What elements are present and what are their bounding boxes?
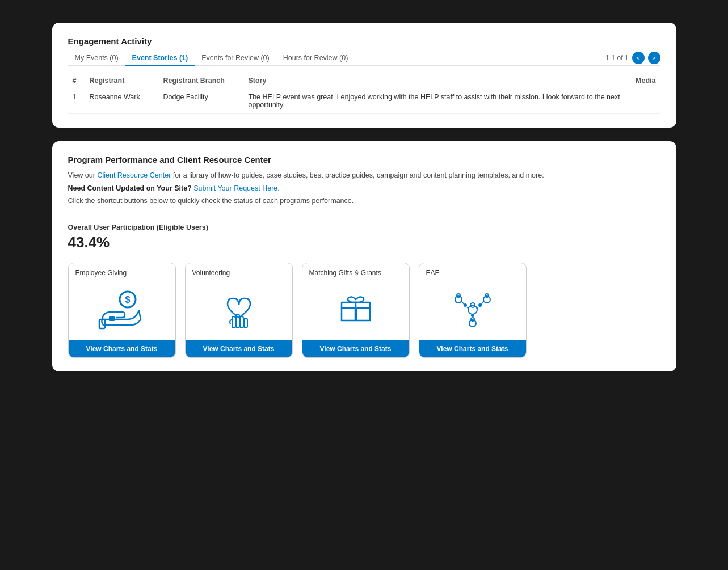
volunteering-icon [186,279,292,340]
col-header-registrant: Registrant [85,73,159,88]
eaf-icon [419,279,526,340]
col-header-story: Story [244,73,626,88]
performance-description: View our Client Resource Center for a li… [68,170,660,181]
cell-num: 1 [68,88,85,114]
need-content-text: Need Content Updated on Your Site? Submi… [68,184,660,192]
engagement-title: Engagement Activity [68,36,660,46]
svg-line-26 [481,301,484,305]
program-performance-card: Program Performance and Client Resource … [52,141,676,371]
svg-point-13 [468,305,477,314]
divider [68,214,660,214]
tab-event-stories[interactable]: Event Stories (1) [125,50,195,66]
participation-label: Overall User Participation (Eligible Use… [68,223,660,231]
pagination: 1-1 of 1 < > [605,52,660,64]
svg-rect-6 [240,316,243,328]
tabs-row: My Events (0) Event Stories (1) Events f… [68,50,660,66]
cell-story: The HELP event was great, I enjoyed work… [244,88,626,114]
program-card-matching-gifts: Matching Gifts & Grants [302,263,410,358]
submit-request-link[interactable]: Submit Your Request Here. [193,184,279,192]
svg-rect-3 [109,316,115,321]
matching-gifts-btn[interactable]: View Charts and Stats [302,340,409,357]
program-name-employee-giving: Employee Giving [69,263,175,279]
participation-value: 43.4% [68,234,660,251]
svg-line-24 [461,301,464,305]
svg-rect-10 [356,308,370,320]
pagination-text: 1-1 of 1 [605,54,629,62]
svg-rect-9 [342,308,355,320]
svg-rect-4 [232,316,235,328]
col-header-num: # [68,73,85,88]
program-name-matching-gifts: Matching Gifts & Grants [302,263,409,279]
eaf-btn[interactable]: View Charts and Stats [419,340,526,357]
matching-gifts-icon [302,279,409,340]
engagement-activity-card: Engagement Activity My Events (0) Event … [52,23,676,128]
tab-hours-review[interactable]: Hours for Review (0) [276,50,355,65]
performance-title: Program Performance and Client Resource … [68,155,660,164]
svg-text:$: $ [125,295,130,305]
cell-media [626,88,660,114]
program-name-eaf: EAF [419,263,526,279]
svg-rect-7 [244,318,247,328]
pagination-prev[interactable]: < [632,52,645,64]
shortcut-text: Click the shortcut buttons below to quic… [68,197,660,205]
programs-grid: Employee Giving $ [68,263,660,358]
program-card-volunteering: Volunteering View Charts and Stats [185,263,293,358]
table-row: 1 Roseanne Wark Dodge Facility The HELP … [68,88,660,114]
tab-my-events[interactable]: My Events (0) [68,50,125,65]
pagination-next[interactable]: > [648,52,660,64]
employee-giving-btn[interactable]: View Charts and Stats [69,340,175,357]
table-wrap: # Registrant Registrant Branch Story Med… [68,73,660,114]
program-card-employee-giving: Employee Giving $ [68,263,176,358]
program-card-eaf: EAF [419,263,527,358]
cell-branch: Dodge Facility [159,88,244,114]
col-header-media: Media [626,73,660,88]
page-wrapper: Engagement Activity My Events (0) Event … [52,23,676,371]
tab-events-review[interactable]: Events for Review (0) [195,50,276,65]
event-stories-table: # Registrant Registrant Branch Story Med… [68,73,660,114]
col-header-branch: Registrant Branch [159,73,244,88]
program-name-volunteering: Volunteering [186,263,292,279]
volunteering-btn[interactable]: View Charts and Stats [186,340,292,357]
employee-giving-icon: $ [69,279,175,340]
cell-registrant: Roseanne Wark [85,88,159,114]
client-resource-link[interactable]: Client Resource Center [97,171,171,179]
